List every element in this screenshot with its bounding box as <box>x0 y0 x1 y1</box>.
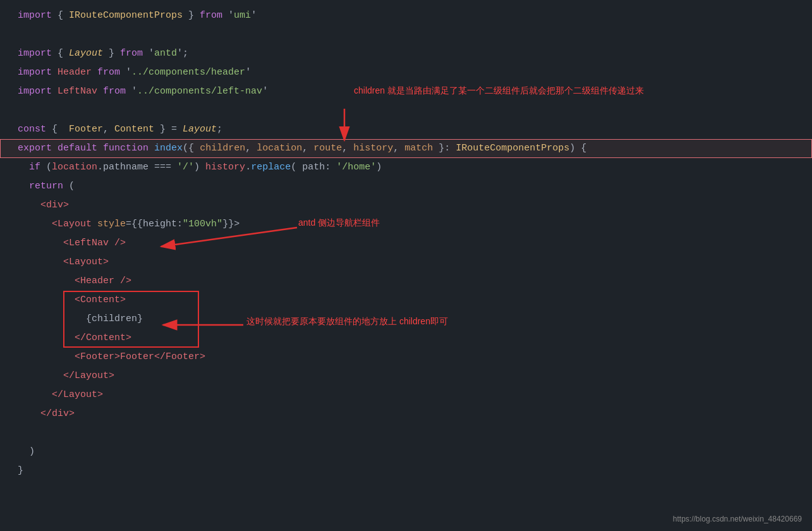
code-line: </div> <box>0 405 812 424</box>
code-line: <Header /> <box>0 272 812 291</box>
line-text: <div> <box>18 196 807 215</box>
code-line: const { Footer, Content } = Layout; <box>0 120 812 139</box>
line-text: export default function index({ children… <box>18 139 807 158</box>
line-text: import { Layout } from 'antd'; <box>18 44 807 63</box>
code-line <box>0 424 812 442</box>
line-text: <Content> <box>18 291 807 310</box>
line-text: </Content> <box>18 329 807 348</box>
line-text: <Header /> <box>18 272 807 291</box>
code-line: <Layout style={{height:"100vh"}}> <box>0 215 812 234</box>
code-line: import LeftNav from '../components/left-… <box>0 82 812 101</box>
code-line: import Header from '../components/header… <box>0 63 812 82</box>
line-text: } <box>18 461 807 480</box>
code-line: export default function index({ children… <box>0 139 812 158</box>
line-text: </div> <box>18 405 807 424</box>
code-line: </Layout> <box>0 386 812 405</box>
code-line: </Content> <box>0 329 812 348</box>
code-area: import { IRouteComponentProps } from 'um… <box>0 0 812 487</box>
code-line: {children} <box>0 310 812 329</box>
line-text: <Layout style={{height:"100vh"}}> <box>18 215 807 234</box>
code-line: } <box>0 461 812 480</box>
line-text: import LeftNav from '../components/left-… <box>18 82 807 101</box>
code-line: return ( <box>0 177 812 196</box>
line-text: <Layout> <box>18 253 807 272</box>
line-text: <Footer>Footer</Footer> <box>18 348 807 367</box>
code-line: </Layout> <box>0 367 812 386</box>
watermark: https://blog.csdn.net/weixin_48420669 <box>673 515 802 523</box>
code-line: import { IRouteComponentProps } from 'um… <box>0 6 812 25</box>
code-line: <Content> <box>0 291 812 310</box>
line-text: const { Footer, Content } = Layout; <box>18 120 807 139</box>
line-text: import { IRouteComponentProps } from 'um… <box>18 6 807 25</box>
line-text: </Layout> <box>18 386 807 405</box>
code-line: <Layout> <box>0 253 812 272</box>
line-text: ) <box>18 442 807 461</box>
code-line: <Footer>Footer</Footer> <box>0 348 812 367</box>
line-text: import Header from '../components/header… <box>18 63 807 82</box>
code-line: import { Layout } from 'antd'; <box>0 44 812 63</box>
code-line: <LeftNav /> <box>0 234 812 253</box>
line-text: if (location.pathname === '/') history.r… <box>18 158 807 177</box>
line-text: return ( <box>18 177 807 196</box>
code-line: ) <box>0 442 812 461</box>
line-text: <LeftNav /> <box>18 234 807 253</box>
code-line <box>0 25 812 44</box>
code-line <box>0 101 812 120</box>
code-line: <div> <box>0 196 812 215</box>
line-text: {children} <box>18 310 807 329</box>
line-text: </Layout> <box>18 367 807 386</box>
code-line: if (location.pathname === '/') history.r… <box>0 158 812 177</box>
